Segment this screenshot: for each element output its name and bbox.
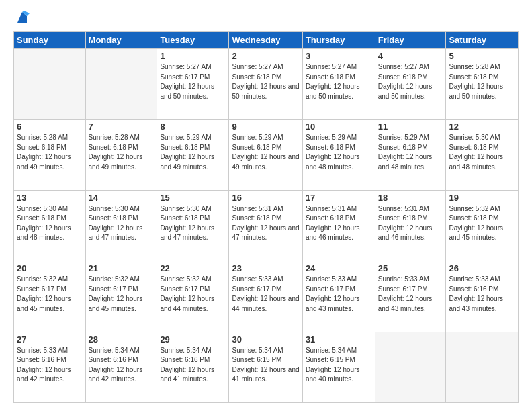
calendar-day-cell: 30Sunrise: 5:34 AM Sunset: 6:15 PM Dayli…: [229, 332, 302, 402]
calendar-week-row: 27Sunrise: 5:33 AM Sunset: 6:16 PM Dayli…: [14, 332, 519, 402]
day-number: 10: [306, 122, 372, 132]
calendar-week-row: 20Sunrise: 5:32 AM Sunset: 6:17 PM Dayli…: [14, 261, 519, 332]
day-info: Sunrise: 5:28 AM Sunset: 6:18 PM Dayligh…: [89, 133, 154, 172]
calendar-day-cell: 10Sunrise: 5:29 AM Sunset: 6:18 PM Dayli…: [302, 120, 375, 190]
day-info: Sunrise: 5:29 AM Sunset: 6:18 PM Dayligh…: [232, 133, 299, 172]
calendar-week-row: 1Sunrise: 5:27 AM Sunset: 6:17 PM Daylig…: [14, 49, 519, 120]
day-info: Sunrise: 5:27 AM Sunset: 6:18 PM Dayligh…: [378, 62, 443, 101]
day-of-week-header: Wednesday: [229, 32, 302, 49]
day-info: Sunrise: 5:27 AM Sunset: 6:18 PM Dayligh…: [232, 62, 299, 101]
day-number: 8: [160, 122, 226, 132]
day-number: 2: [232, 51, 299, 61]
day-number: 30: [232, 334, 299, 345]
day-info: Sunrise: 5:34 AM Sunset: 6:15 PM Dayligh…: [232, 346, 299, 385]
day-number: 9: [232, 122, 299, 132]
day-number: 25: [378, 263, 443, 273]
calendar-day-cell: 17Sunrise: 5:31 AM Sunset: 6:18 PM Dayli…: [302, 190, 375, 261]
calendar-body: 1Sunrise: 5:27 AM Sunset: 6:17 PM Daylig…: [14, 49, 519, 403]
day-info: Sunrise: 5:32 AM Sunset: 6:17 PM Dayligh…: [89, 275, 154, 314]
day-info: Sunrise: 5:27 AM Sunset: 6:17 PM Dayligh…: [160, 62, 226, 101]
day-info: Sunrise: 5:33 AM Sunset: 6:17 PM Dayligh…: [306, 275, 372, 314]
day-number: 20: [17, 263, 83, 273]
calendar-day-cell: 3Sunrise: 5:27 AM Sunset: 6:18 PM Daylig…: [302, 49, 375, 120]
calendar: SundayMondayTuesdayWednesdayThursdayFrid…: [13, 31, 519, 403]
calendar-day-cell: 27Sunrise: 5:33 AM Sunset: 6:16 PM Dayli…: [14, 332, 86, 402]
calendar-day-cell: 12Sunrise: 5:30 AM Sunset: 6:18 PM Dayli…: [446, 120, 519, 190]
day-info: Sunrise: 5:32 AM Sunset: 6:18 PM Dayligh…: [449, 204, 515, 243]
day-info: Sunrise: 5:30 AM Sunset: 6:18 PM Dayligh…: [449, 133, 515, 172]
day-info: Sunrise: 5:30 AM Sunset: 6:18 PM Dayligh…: [17, 204, 83, 243]
day-of-week-header: Friday: [375, 32, 446, 49]
day-of-week-row: SundayMondayTuesdayWednesdayThursdayFrid…: [14, 32, 519, 49]
calendar-day-cell: 28Sunrise: 5:34 AM Sunset: 6:16 PM Dayli…: [85, 332, 157, 402]
day-info: Sunrise: 5:34 AM Sunset: 6:15 PM Dayligh…: [306, 346, 372, 385]
calendar-day-cell: 11Sunrise: 5:29 AM Sunset: 6:18 PM Dayli…: [375, 120, 446, 190]
calendar-day-cell: [14, 49, 86, 120]
calendar-day-cell: 18Sunrise: 5:31 AM Sunset: 6:18 PM Dayli…: [375, 190, 446, 261]
day-number: 4: [378, 51, 443, 61]
calendar-day-cell: 22Sunrise: 5:32 AM Sunset: 6:17 PM Dayli…: [157, 261, 229, 332]
day-of-week-header: Monday: [85, 32, 157, 49]
calendar-day-cell: 14Sunrise: 5:30 AM Sunset: 6:18 PM Dayli…: [85, 190, 157, 261]
day-info: Sunrise: 5:29 AM Sunset: 6:18 PM Dayligh…: [306, 133, 372, 172]
day-info: Sunrise: 5:31 AM Sunset: 6:18 PM Dayligh…: [232, 204, 299, 243]
day-info: Sunrise: 5:33 AM Sunset: 6:16 PM Dayligh…: [449, 275, 515, 314]
day-info: Sunrise: 5:29 AM Sunset: 6:18 PM Dayligh…: [378, 133, 443, 172]
logo: [13, 11, 30, 26]
day-number: 24: [306, 263, 372, 273]
day-info: Sunrise: 5:34 AM Sunset: 6:16 PM Dayligh…: [160, 346, 226, 385]
day-of-week-header: Sunday: [14, 32, 86, 49]
day-number: 5: [449, 51, 515, 61]
day-number: 3: [306, 51, 372, 61]
day-number: 1: [160, 51, 226, 61]
day-number: 11: [378, 122, 443, 132]
day-number: 27: [17, 334, 83, 345]
calendar-day-cell: 21Sunrise: 5:32 AM Sunset: 6:17 PM Dayli…: [85, 261, 157, 332]
day-info: Sunrise: 5:29 AM Sunset: 6:18 PM Dayligh…: [160, 133, 226, 172]
day-info: Sunrise: 5:27 AM Sunset: 6:18 PM Dayligh…: [306, 62, 372, 101]
calendar-day-cell: 1Sunrise: 5:27 AM Sunset: 6:17 PM Daylig…: [157, 49, 229, 120]
calendar-day-cell: 2Sunrise: 5:27 AM Sunset: 6:18 PM Daylig…: [229, 49, 302, 120]
day-info: Sunrise: 5:31 AM Sunset: 6:18 PM Dayligh…: [378, 204, 443, 243]
calendar-day-cell: [85, 49, 157, 120]
calendar-day-cell: 23Sunrise: 5:33 AM Sunset: 6:17 PM Dayli…: [229, 261, 302, 332]
day-of-week-header: Tuesday: [157, 32, 229, 49]
day-number: 19: [449, 193, 515, 203]
calendar-day-cell: 4Sunrise: 5:27 AM Sunset: 6:18 PM Daylig…: [375, 49, 446, 120]
calendar-day-cell: 9Sunrise: 5:29 AM Sunset: 6:18 PM Daylig…: [229, 120, 302, 190]
page: SundayMondayTuesdayWednesdayThursdayFrid…: [0, 0, 532, 411]
calendar-day-cell: 5Sunrise: 5:28 AM Sunset: 6:18 PM Daylig…: [446, 49, 519, 120]
logo-icon: [15, 11, 30, 26]
day-number: 18: [378, 193, 443, 203]
calendar-day-cell: 13Sunrise: 5:30 AM Sunset: 6:18 PM Dayli…: [14, 190, 86, 261]
calendar-day-cell: [375, 332, 446, 402]
day-info: Sunrise: 5:28 AM Sunset: 6:18 PM Dayligh…: [17, 133, 83, 172]
day-info: Sunrise: 5:33 AM Sunset: 6:17 PM Dayligh…: [378, 275, 443, 314]
day-of-week-header: Thursday: [302, 32, 375, 49]
day-number: 28: [89, 334, 154, 345]
calendar-week-row: 6Sunrise: 5:28 AM Sunset: 6:18 PM Daylig…: [14, 120, 519, 190]
calendar-day-cell: 26Sunrise: 5:33 AM Sunset: 6:16 PM Dayli…: [446, 261, 519, 332]
calendar-day-cell: 25Sunrise: 5:33 AM Sunset: 6:17 PM Dayli…: [375, 261, 446, 332]
calendar-day-cell: 24Sunrise: 5:33 AM Sunset: 6:17 PM Dayli…: [302, 261, 375, 332]
day-of-week-header: Saturday: [446, 32, 519, 49]
day-number: 15: [160, 193, 226, 203]
calendar-day-cell: 31Sunrise: 5:34 AM Sunset: 6:15 PM Dayli…: [302, 332, 375, 402]
day-number: 13: [17, 193, 83, 203]
day-number: 7: [89, 122, 154, 132]
day-info: Sunrise: 5:34 AM Sunset: 6:16 PM Dayligh…: [89, 346, 154, 385]
calendar-day-cell: 15Sunrise: 5:30 AM Sunset: 6:18 PM Dayli…: [157, 190, 229, 261]
calendar-day-cell: 19Sunrise: 5:32 AM Sunset: 6:18 PM Dayli…: [446, 190, 519, 261]
day-info: Sunrise: 5:32 AM Sunset: 6:17 PM Dayligh…: [160, 275, 226, 314]
day-info: Sunrise: 5:33 AM Sunset: 6:17 PM Dayligh…: [232, 275, 299, 314]
header: [13, 11, 519, 26]
day-number: 16: [232, 193, 299, 203]
day-number: 21: [89, 263, 154, 273]
calendar-day-cell: 20Sunrise: 5:32 AM Sunset: 6:17 PM Dayli…: [14, 261, 86, 332]
calendar-day-cell: 8Sunrise: 5:29 AM Sunset: 6:18 PM Daylig…: [157, 120, 229, 190]
calendar-day-cell: 7Sunrise: 5:28 AM Sunset: 6:18 PM Daylig…: [85, 120, 157, 190]
calendar-day-cell: 6Sunrise: 5:28 AM Sunset: 6:18 PM Daylig…: [14, 120, 86, 190]
calendar-day-cell: 16Sunrise: 5:31 AM Sunset: 6:18 PM Dayli…: [229, 190, 302, 261]
day-info: Sunrise: 5:30 AM Sunset: 6:18 PM Dayligh…: [89, 204, 154, 243]
day-info: Sunrise: 5:32 AM Sunset: 6:17 PM Dayligh…: [17, 275, 83, 314]
